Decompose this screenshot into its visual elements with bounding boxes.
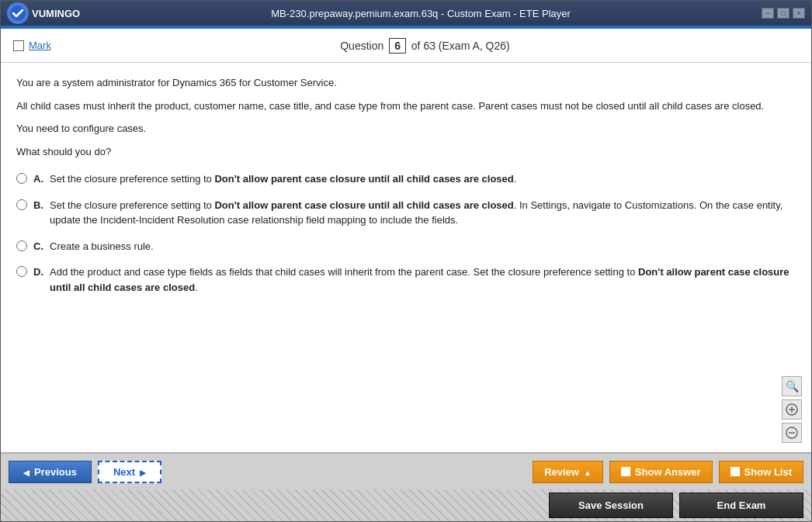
logo-text: VUMINGO <box>32 8 80 19</box>
mark-area: Mark <box>13 40 51 51</box>
app-window: VUMINGO MB-230.prepaway.pemium.exam.63q … <box>0 0 812 522</box>
options-list: A. Set the closure preference setting to… <box>16 171 796 295</box>
question-number: 6 <box>389 38 406 54</box>
save-session-button[interactable]: Save Session <box>549 493 673 518</box>
option-d: D. Add the product and case type fields … <box>16 264 796 295</box>
search-zoom-button[interactable]: 🔍 <box>782 376 802 396</box>
end-exam-button[interactable]: End Exam <box>679 493 803 518</box>
show-answer-button[interactable]: Show Answer <box>609 461 713 483</box>
minimize-button[interactable]: – <box>762 8 774 19</box>
zoom-in-button[interactable] <box>782 399 802 420</box>
logo: VUMINGO <box>7 2 80 24</box>
option-c-radio[interactable] <box>16 240 27 251</box>
logo-icon <box>7 2 29 24</box>
review-label: Review <box>544 466 579 478</box>
title-bar-left: VUMINGO <box>7 2 80 24</box>
option-d-label: D. <box>33 264 43 280</box>
question-info: Question 6 of 63 (Exam A, Q26) <box>51 38 799 54</box>
mark-checkbox[interactable] <box>13 40 24 51</box>
review-button[interactable]: Review <box>533 461 603 483</box>
window-controls: – □ × <box>762 8 805 19</box>
save-session-label: Save Session <box>578 500 644 511</box>
option-c: C. Create a business rule. <box>16 239 796 254</box>
paragraph-4: What should you do? <box>16 144 796 160</box>
zoom-controls: 🔍 <box>782 376 802 443</box>
option-d-radio[interactable] <box>16 266 27 277</box>
next-chevron-icon <box>140 466 146 478</box>
next-button[interactable]: Next <box>98 461 161 483</box>
show-list-icon <box>730 467 740 476</box>
option-d-text: Add the product and case type fields as … <box>50 264 796 295</box>
option-c-label: C. <box>33 239 43 254</box>
next-label: Next <box>113 466 135 478</box>
option-a-radio[interactable] <box>16 173 27 184</box>
previous-label: Previous <box>34 466 77 478</box>
show-list-button[interactable]: Show List <box>719 461 803 483</box>
close-button[interactable]: × <box>793 8 805 19</box>
paragraph-1: You are a system administrator for Dynam… <box>16 75 796 91</box>
question-label: Question <box>340 40 383 52</box>
title-bar: VUMINGO MB-230.prepaway.pemium.exam.63q … <box>1 1 811 26</box>
zoom-out-button[interactable] <box>782 423 802 443</box>
option-a: A. Set the closure preference setting to… <box>16 171 796 187</box>
window-title: MB-230.prepaway.pemium.exam.63q - Custom… <box>80 8 762 19</box>
paragraph-3: You need to configure cases. <box>16 121 796 137</box>
question-total: of 63 (Exam A, Q26) <box>411 40 510 52</box>
show-answer-label: Show Answer <box>635 466 701 478</box>
paragraph-2: All child cases must inherit the product… <box>16 99 796 114</box>
option-a-label: A. <box>33 171 43 187</box>
option-b-text: Set the closure preference setting to Do… <box>50 198 796 228</box>
toolbar-row-1: Previous Next Review Show Answer Show Li… <box>1 454 811 489</box>
option-a-text: Set the closure preference setting to Do… <box>50 171 516 187</box>
show-answer-icon <box>621 467 630 476</box>
previous-button[interactable]: Previous <box>9 461 92 483</box>
option-c-text: Create a business rule. <box>50 239 154 254</box>
restore-button[interactable]: □ <box>777 8 789 19</box>
mark-link[interactable]: Mark <box>29 40 51 51</box>
option-b-label: B. <box>33 198 43 213</box>
option-b: B. Set the closure preference setting to… <box>16 198 796 228</box>
show-list-label: Show List <box>744 466 792 478</box>
question-header: Mark Question 6 of 63 (Exam A, Q26) <box>1 29 811 63</box>
previous-chevron-icon <box>23 466 29 478</box>
review-chevron-icon <box>584 466 592 478</box>
bottom-toolbar: Previous Next Review Show Answer Show Li… <box>1 452 811 521</box>
end-exam-label: End Exam <box>717 500 766 511</box>
option-b-radio[interactable] <box>16 199 27 210</box>
content-area: You are a system administrator for Dynam… <box>1 63 811 452</box>
